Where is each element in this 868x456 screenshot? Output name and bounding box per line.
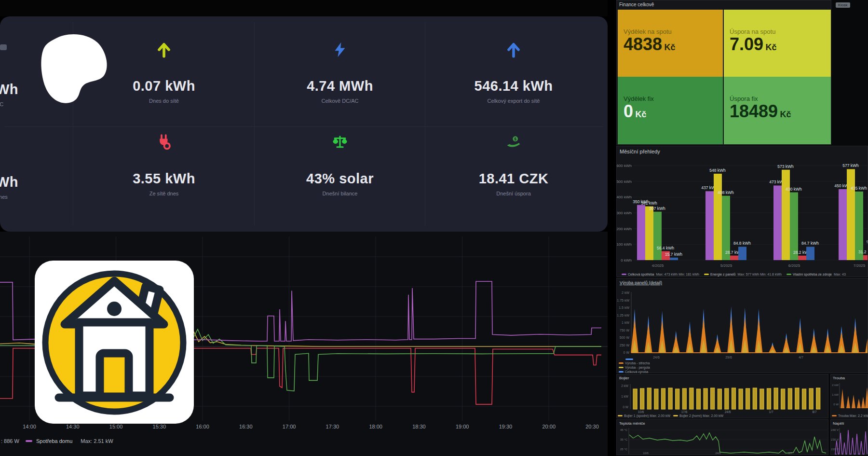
monthly-panel: Měsíční přehledy 600 kWh500 kWh400 kWh30…: [616, 146, 868, 277]
pulse: [753, 388, 757, 409]
kiosk-badge[interactable]: Kiosk: [836, 2, 850, 8]
temp-panel-title[interactable]: Teplota měniče: [619, 421, 645, 426]
voltage-chart[interactable]: 240 V230 V220 V: [831, 426, 868, 455]
legend-item[interactable]: Výroba - pergola: [619, 365, 650, 370]
svg-text:2 kW: 2 kW: [832, 384, 839, 387]
svg-text:1 kW: 1 kW: [621, 395, 629, 398]
legend-swatch: [787, 274, 791, 275]
svg-text:2 kW: 2 kW: [622, 291, 629, 294]
production-chart[interactable]: 2 kW1.75 kW1.5 kW1.25 kW1 kW750 W500 W25…: [617, 286, 868, 368]
legend-item[interactable]: Bojler 1 (spodní) Max: 2.00 kW: [618, 414, 670, 417]
pulse: [668, 388, 672, 409]
svg-text:1.25 kW: 1.25 kW: [617, 314, 629, 317]
legend-label: Celková spotřeba: [628, 273, 654, 276]
divider: [5, 126, 603, 127]
pulse: [661, 388, 665, 409]
spike: [861, 397, 865, 408]
stat-label: Celkový export do sítě: [461, 98, 567, 104]
stat-value: 3.55 kWh: [116, 171, 212, 187]
pulse: [704, 388, 707, 409]
voltage-panel-title[interactable]: Napětí: [833, 421, 844, 426]
axis-tick-label: 17/6: [681, 410, 688, 414]
axis-tick-label: 19:30: [499, 424, 513, 429]
svg-text:250 W: 250 W: [620, 344, 630, 347]
finance-panel-title[interactable]: Finance celkově: [619, 2, 654, 7]
legend-label: Výroba - střecha: [625, 361, 650, 365]
svg-text:1.75 kW: 1.75 kW: [617, 299, 629, 302]
bar: [714, 174, 722, 260]
pulse: [760, 389, 764, 409]
monthly-bar-chart[interactable]: 600 kWh500 kWh400 kWh300 kWh200 kWh100 k…: [617, 146, 868, 268]
bar: [705, 191, 714, 260]
axis-tick-label: 16:30: [239, 424, 253, 429]
legend-item[interactable]: Trouba Max: 2.2 kW: [832, 414, 868, 417]
legend-swatch: [832, 415, 837, 416]
legend-pill: [625, 359, 633, 360]
stat-tile-celkovy-export: 546.14 kWh Celkový export do sítě: [461, 41, 567, 104]
oven-panel-title[interactable]: Trouba: [833, 376, 845, 380]
legend-item[interactable]: Celková výroba: [619, 370, 650, 374]
svg-text:4/7: 4/7: [799, 356, 803, 359]
oven-chart[interactable]: 2 kW1 kW0 W: [831, 381, 868, 411]
legend-item[interactable]: Celková spotřebaMax: 473 kWh Min: 181 kW…: [619, 273, 699, 276]
stat-tile-dnes-do-site: 0.07 kWh Dnes do sítě: [116, 41, 212, 104]
boiler-panel-title[interactable]: Bojler: [619, 376, 629, 380]
bar: [645, 207, 653, 260]
time-axis: 14:0014:3015:0015:3016:0016:3017:0017:30…: [0, 424, 608, 433]
finance-tile-currency: Kč: [635, 110, 646, 119]
pulse: [809, 388, 813, 409]
axis-tick-label: 24/6: [725, 410, 731, 414]
axis-tick-label: 8/7: [812, 410, 816, 414]
production-panel-title[interactable]: Výroba panelů (detail): [620, 280, 662, 285]
svg-text:29/6: 29/6: [725, 356, 732, 359]
svg-text:24/6: 24/6: [715, 452, 721, 455]
pulse: [795, 388, 799, 409]
finance-tile-currency: Kč: [665, 42, 676, 52]
svg-text:307 kWh: 307 kWh: [649, 206, 665, 211]
svg-text:435 kWh: 435 kWh: [851, 186, 867, 191]
legend-label: Bojler 1 (spodní) Max: 2.00 kW: [624, 414, 670, 417]
legend-label: Celková výroba: [625, 370, 648, 373]
svg-text:0 W: 0 W: [833, 403, 839, 406]
voltage-series: [835, 430, 867, 454]
scales-icon: [292, 134, 388, 151]
boiler-chart[interactable]: 2 kW1 kW0 W: [617, 381, 828, 411]
svg-text:2 kW: 2 kW: [621, 384, 629, 387]
legend-item[interactable]: Bojler 2 (horní) Max: 2.00 kW: [673, 414, 723, 417]
svg-text:341 kWh: 341 kWh: [641, 201, 657, 206]
legend-stats: Max: 43: [834, 273, 846, 276]
axis-tick-label: 14:00: [23, 424, 36, 429]
svg-text:$: $: [514, 137, 516, 141]
finance-tile-label: Výdělek fix: [624, 95, 717, 102]
svg-text:200 kWh: 200 kWh: [617, 227, 632, 231]
legend-swatch: [619, 367, 624, 368]
stat-value: 18.41 CZK: [461, 171, 567, 187]
svg-text:600 kWh: 600 kWh: [617, 164, 632, 168]
stat-label: Dnešní úspora: [461, 191, 567, 196]
production-panel: Výroba panelů (detail) 2 kW1.75 kW1.5 kW…: [616, 278, 868, 373]
finance-tile-value: 4838: [624, 34, 662, 54]
hand-coin-icon: $: [461, 134, 567, 151]
svg-text:7/2025: 7/2025: [854, 263, 866, 268]
pulse: [711, 388, 715, 409]
pulse: [633, 389, 637, 409]
legend-item[interactable]: Vlastní spotřeba ze zdrojeMax: 43: [784, 273, 846, 276]
spike-orange: [865, 329, 868, 353]
legend-item[interactable]: Výroba - střecha: [619, 361, 650, 365]
legend-item[interactable]: Energie z panelůMax: 577 kWh Min: 41.8 k…: [701, 273, 782, 276]
legend-swatch: [704, 274, 709, 275]
temp-chart[interactable]: 45 °C35 °C25 °C10/624/68/7: [617, 426, 828, 455]
pulse: [732, 388, 735, 409]
legend-fragment: : 886 W: [1, 438, 19, 444]
svg-text:750 W: 750 W: [620, 329, 630, 332]
oven-panel: Trouba 2 kW1 kW0 W Trouba Max: 2.2 kW: [830, 374, 868, 418]
finance-tile-currency: Kč: [780, 110, 791, 119]
axis-tick-label: 18:30: [412, 424, 426, 429]
divider: [254, 22, 255, 226]
stat-label-fragment: dnes: [0, 194, 25, 200]
svg-text:500 W: 500 W: [620, 336, 630, 339]
svg-text:230 V: 230 V: [831, 438, 839, 441]
legend-series-name[interactable]: Spotřeba domu: [36, 438, 72, 444]
stat-label: Celkově DC/AC: [292, 98, 388, 104]
svg-text:1 kW: 1 kW: [622, 321, 629, 324]
